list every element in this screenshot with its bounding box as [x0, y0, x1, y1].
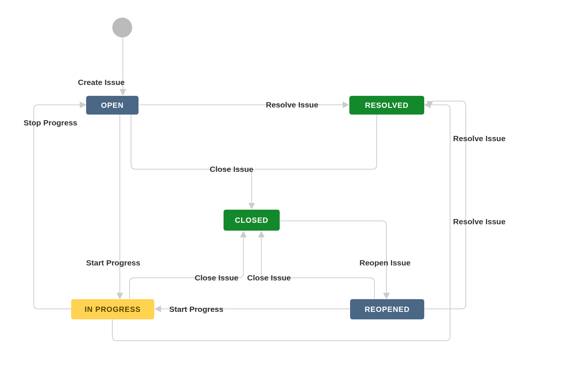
state-resolved-label: RESOLVED [365, 101, 409, 110]
state-closed-label: CLOSED [235, 216, 268, 225]
label-create-issue: Create Issue [78, 78, 125, 87]
state-reopened: REOPENED [350, 299, 424, 319]
state-resolved: RESOLVED [349, 96, 424, 115]
start-node [112, 18, 132, 37]
label-close-issue-left: Close Issue [195, 273, 239, 282]
state-closed: CLOSED [224, 210, 280, 231]
state-reopened-label: REOPENED [365, 305, 410, 314]
state-open-label: OPEN [101, 101, 124, 110]
label-resolve-issue-top: Resolve Issue [266, 100, 318, 109]
state-open: OPEN [86, 96, 139, 115]
label-start-progress-left: Start Progress [86, 258, 140, 267]
label-reopen-issue: Reopen Issue [359, 258, 411, 267]
label-start-progress-mid: Start Progress [169, 305, 224, 314]
label-resolve-issue-right1: Resolve Issue [453, 134, 505, 143]
state-in-progress-label: IN PROGRESS [85, 305, 141, 314]
label-close-issue-right: Close Issue [247, 273, 291, 282]
workflow-diagram: OPEN RESOLVED CLOSED IN PROGRESS REOPENE… [0, 0, 583, 392]
label-close-issue-top: Close Issue [210, 165, 253, 174]
label-resolve-issue-right2: Resolve Issue [453, 217, 505, 226]
edges-layer [0, 0, 583, 392]
state-in-progress: IN PROGRESS [71, 299, 154, 319]
label-stop-progress: Stop Progress [24, 118, 78, 127]
